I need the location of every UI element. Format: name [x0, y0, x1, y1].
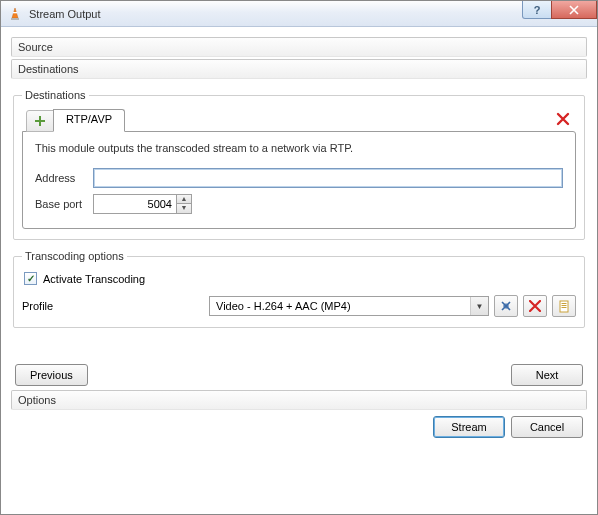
activate-transcoding-label: Activate Transcoding — [43, 273, 145, 285]
destinations-group: Destinations RTP/AVP This module outputs… — [13, 89, 585, 240]
svg-rect-1 — [13, 12, 17, 13]
svg-rect-8 — [561, 305, 566, 306]
svg-rect-7 — [561, 303, 566, 304]
transcoding-group-label: Transcoding options — [22, 250, 127, 262]
chevron-down-icon: ▼ — [470, 297, 488, 315]
close-button[interactable] — [551, 1, 597, 19]
help-button[interactable]: ? — [522, 1, 552, 19]
svg-rect-4 — [35, 120, 45, 122]
destination-panel: This module outputs the transcoded strea… — [22, 131, 576, 229]
tab-rtp-avp[interactable]: RTP/AVP — [53, 109, 125, 132]
section-destinations[interactable]: Destinations — [11, 59, 587, 79]
window-title: Stream Output — [29, 8, 101, 20]
edit-profile-button[interactable] — [494, 295, 518, 317]
profile-value: Video - H.264 + AAC (MP4) — [216, 300, 351, 312]
new-profile-button[interactable] — [552, 295, 576, 317]
section-options[interactable]: Options — [11, 390, 587, 410]
profile-select[interactable]: Video - H.264 + AAC (MP4) ▼ — [209, 296, 489, 316]
cancel-button[interactable]: Cancel — [511, 416, 583, 438]
section-source[interactable]: Source — [11, 37, 587, 57]
profile-label: Profile — [22, 300, 82, 312]
destination-description: This module outputs the transcoded strea… — [35, 142, 563, 154]
baseport-input[interactable] — [93, 194, 177, 214]
vlc-cone-icon — [7, 6, 23, 22]
baseport-up[interactable]: ▲ — [176, 194, 192, 204]
add-destination-tab[interactable] — [26, 110, 54, 132]
titlebar: Stream Output ? — [1, 1, 597, 27]
svg-rect-2 — [11, 18, 19, 20]
svg-rect-9 — [561, 307, 566, 308]
destinations-group-label: Destinations — [22, 89, 89, 101]
stream-button[interactable]: Stream — [433, 416, 505, 438]
address-label: Address — [35, 172, 93, 184]
address-input[interactable] — [93, 168, 563, 188]
activate-transcoding-checkbox[interactable]: ✓ — [24, 272, 37, 285]
next-button[interactable]: Next — [511, 364, 583, 386]
baseport-down[interactable]: ▼ — [176, 204, 192, 214]
svg-rect-6 — [560, 301, 568, 312]
baseport-label: Base port — [35, 198, 93, 210]
delete-profile-button[interactable] — [523, 295, 547, 317]
transcoding-group: Transcoding options ✓ Activate Transcodi… — [13, 250, 585, 328]
remove-destination-button[interactable] — [556, 112, 576, 130]
previous-button[interactable]: Previous — [15, 364, 88, 386]
